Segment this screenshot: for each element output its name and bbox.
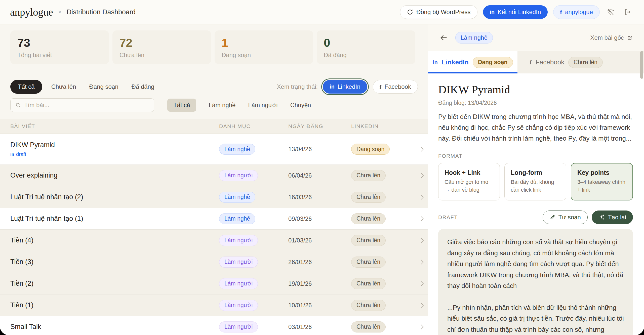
status-chip: Chưa lên bbox=[351, 170, 386, 181]
category-chip: Làm nghề bbox=[219, 213, 255, 224]
post-title: Small Talk bbox=[10, 323, 219, 331]
category-chip: Làm người bbox=[219, 257, 258, 268]
draft-text-area[interactable]: Giữa việc báo cáo những con số và thật s… bbox=[438, 229, 633, 335]
wifi-off-icon[interactable] bbox=[605, 7, 616, 18]
stat-card: 73 Tổng bài viết bbox=[10, 30, 109, 64]
category-chip: Làm nghề bbox=[219, 192, 255, 203]
status-filter-bar: Tất cảChưa lênĐang soạnĐã đăng Xem trạng… bbox=[10, 80, 418, 94]
post-date: 26/01/26 bbox=[288, 259, 351, 266]
column-header: BÀI VIẾT bbox=[10, 123, 219, 129]
status-chip: Chưa lên bbox=[351, 235, 386, 246]
status-chip: Chưa lên bbox=[351, 192, 386, 203]
status-chip: Chưa lên bbox=[351, 257, 386, 268]
regenerate-button[interactable]: Tạo lại bbox=[592, 211, 633, 224]
linkedin-icon: in bbox=[433, 60, 438, 65]
post-date: 13/04/26 bbox=[288, 146, 351, 153]
category-chip: Làm người bbox=[219, 170, 258, 181]
facebook-icon: f bbox=[380, 84, 382, 90]
detail-post-title: DIKW Pyramid bbox=[438, 83, 633, 96]
external-link-icon bbox=[627, 35, 633, 41]
scrollbar-thumb[interactable] bbox=[640, 51, 643, 79]
status-filter-tab[interactable]: Đã đăng bbox=[132, 83, 154, 90]
tab-status-chip: Đang soạn bbox=[473, 57, 513, 68]
format-option[interactable]: Long-form Bài đầy đủ, không cần click li… bbox=[504, 163, 566, 200]
post-title: Tiền (3) bbox=[10, 258, 219, 266]
stat-card: 0 Đã đăng bbox=[317, 30, 415, 64]
chevron-right-icon bbox=[416, 193, 428, 201]
post-title: Tiền (1) bbox=[10, 301, 219, 309]
search-icon bbox=[15, 102, 21, 108]
format-title: Key points bbox=[577, 169, 626, 176]
search-input[interactable] bbox=[24, 102, 149, 109]
chevron-right-icon bbox=[416, 172, 428, 179]
category-chip: Làm người bbox=[219, 321, 258, 332]
stat-label: Đang soạn bbox=[222, 52, 306, 59]
view-original-link[interactable]: Xem bài gốc bbox=[590, 34, 633, 41]
status-chip: Chưa lên bbox=[351, 300, 386, 311]
format-option[interactable]: Hook + Link Câu mở gợi tò mò → dẫn về bl… bbox=[438, 163, 500, 200]
platform-tab[interactable]: f Facebook Chưa lên bbox=[517, 51, 644, 73]
platform-toggle[interactable]: in LinkedIn bbox=[323, 80, 367, 94]
logout-icon[interactable] bbox=[622, 7, 633, 18]
table-row[interactable]: Luật Trí tuệ nhân tạo (2) in Làm nghề 16… bbox=[0, 186, 428, 208]
detail-post-excerpt: Py biết đến DIKW trong chương trình học … bbox=[438, 111, 633, 144]
table-row[interactable]: Luật Trí tuệ nhân tạo (1) in Làm nghề 09… bbox=[0, 208, 428, 230]
table-row[interactable]: DIKW Pyramid in draft Làm nghề 13/04/26 … bbox=[0, 134, 428, 165]
chevron-right-icon bbox=[416, 302, 428, 309]
facebook-account-button[interactable]: f anpylogue bbox=[553, 5, 600, 19]
post-title: Luật Trí tuệ nhân tạo (2) bbox=[10, 193, 219, 201]
refresh-icon bbox=[407, 9, 413, 15]
table-row[interactable]: Tiền (3) in Làm người 26/01/26 Chưa lên bbox=[0, 251, 428, 273]
status-filter-tab[interactable]: Đang soạn bbox=[89, 83, 118, 90]
stat-value: 73 bbox=[17, 36, 102, 50]
category-filter-tab[interactable]: Làm nghề bbox=[209, 102, 236, 109]
table-row[interactable]: Small Talk in Làm người 03/01/26 Chưa lê… bbox=[0, 316, 428, 335]
platform-tab[interactable]: in LinkedIn Đang soạn bbox=[428, 51, 517, 73]
post-date: 06/04/26 bbox=[288, 172, 351, 179]
search-box[interactable] bbox=[10, 98, 154, 112]
linkedin-icon: in bbox=[490, 9, 495, 15]
format-title: Long-form bbox=[511, 169, 560, 176]
column-header: LINKEDIN bbox=[351, 123, 416, 129]
app-window: anpylogue × Distribution Dashboard Đồng … bbox=[0, 0, 644, 335]
category-chip: Làm người bbox=[219, 235, 258, 246]
status-chip: Chưa lên bbox=[351, 278, 386, 289]
table-row[interactable]: Tiền (1) in Làm người 10/01/26 Chưa lên bbox=[0, 295, 428, 316]
category-chip: Làm người bbox=[219, 278, 258, 289]
post-date: 16/03/26 bbox=[288, 194, 351, 201]
table-header: BÀI VIẾTDANH MỤCNGÀY ĐĂNGLINKEDIN bbox=[0, 119, 428, 134]
category-filter-tab[interactable]: Làm người bbox=[248, 102, 277, 109]
category-filter-tab[interactable]: Chuyện bbox=[290, 102, 311, 109]
stat-card: 1 Đang soạn bbox=[215, 30, 313, 64]
category-filter-tab[interactable]: Tất cả bbox=[167, 99, 196, 112]
status-filter-tab[interactable]: Tất cả bbox=[10, 80, 42, 94]
sync-wordpress-button[interactable]: Đồng bộ WordPress bbox=[400, 5, 477, 19]
format-section-label: FORMAT bbox=[438, 153, 633, 159]
post-date: 03/01/26 bbox=[288, 323, 351, 330]
category-chip: Làm người bbox=[219, 300, 258, 311]
stat-label: Đã đăng bbox=[324, 52, 408, 59]
format-option[interactable]: Key points 3–4 takeaway chính + link bbox=[571, 163, 633, 200]
stat-value: 1 bbox=[222, 36, 306, 50]
post-date: 10/01/26 bbox=[288, 302, 351, 309]
stat-value: 0 bbox=[324, 36, 408, 50]
facebook-icon: f bbox=[530, 59, 532, 65]
connect-linkedin-button[interactable]: in Kết nối LinkedIn bbox=[483, 5, 548, 19]
draft-paragraph: Giữa việc báo cáo những con số và thật s… bbox=[447, 237, 624, 291]
post-date: 19/01/26 bbox=[288, 280, 351, 287]
post-title: Tiền (2) bbox=[10, 280, 219, 287]
post-date: 01/03/26 bbox=[288, 237, 351, 244]
platform-toggle[interactable]: f Facebook bbox=[373, 80, 418, 94]
linkedin-draft-badge: in draft bbox=[10, 151, 219, 157]
detail-post-meta: Đăng blog: 13/04/2026 bbox=[438, 100, 633, 106]
table-row[interactable]: Tiền (4) in Làm người 01/03/26 Chưa lên bbox=[0, 230, 428, 251]
stat-label: Chưa lên bbox=[119, 52, 204, 59]
self-write-button[interactable]: Tự soạn bbox=[543, 211, 588, 224]
back-button[interactable] bbox=[438, 32, 449, 43]
post-title: Luật Trí tuệ nhân tạo (1) bbox=[10, 215, 219, 223]
table-row[interactable]: Tiền (2) in Làm người 19/01/26 Chưa lên bbox=[0, 273, 428, 295]
stat-card: 72 Chưa lên bbox=[112, 30, 211, 64]
table-row[interactable]: Over explaining in Làm người 06/04/26 Ch… bbox=[0, 165, 428, 186]
brand-separator: × bbox=[58, 9, 61, 16]
status-filter-tab[interactable]: Chưa lên bbox=[51, 83, 76, 90]
